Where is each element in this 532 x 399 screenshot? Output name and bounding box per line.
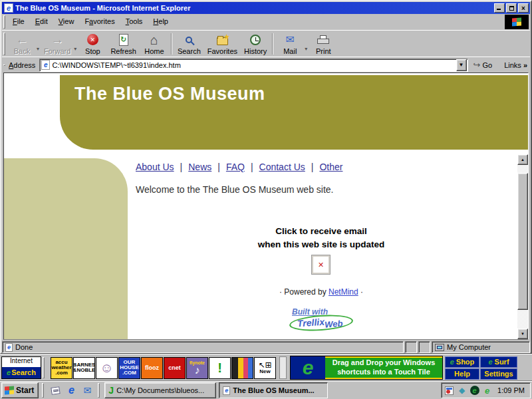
address-input[interactable] bbox=[52, 60, 456, 70]
taskbar-button-ie-active[interactable]: e The Blue OS Museum... bbox=[219, 382, 328, 398]
internet-search-tile[interactable]: Internet eSearch bbox=[1, 356, 41, 379]
surf-button[interactable]: eSurf bbox=[480, 356, 517, 368]
menu-tools[interactable]: Tools bbox=[120, 14, 148, 30]
ie-window: e The Blue OS Museum - Microsoft Interne… bbox=[0, 0, 532, 354]
outlook-express-icon[interactable]: ✉ bbox=[80, 384, 94, 397]
flynote-tile[interactable]: flynote ♪ bbox=[186, 357, 208, 379]
new-tile[interactable]: ↖⊞ New bbox=[254, 357, 276, 379]
e-circle-icon[interactable]: e bbox=[469, 386, 479, 396]
print-button[interactable]: Print bbox=[309, 31, 338, 57]
ie-page-icon: e bbox=[223, 386, 230, 395]
scroll-up-button[interactable]: ▲ bbox=[517, 154, 528, 165]
start-button[interactable]: Start bbox=[1, 382, 39, 398]
mail-icon: ✉ bbox=[282, 33, 298, 47]
status-text: Done bbox=[15, 343, 33, 351]
refresh-icon: ↻ bbox=[116, 33, 132, 47]
menu-edit[interactable]: Edit bbox=[30, 14, 53, 30]
taskbar-grip[interactable] bbox=[98, 383, 100, 398]
go-arrow-icon: ↪ bbox=[473, 60, 481, 70]
netmind-link[interactable]: NetMind bbox=[329, 287, 358, 297]
scrollbar-track[interactable] bbox=[517, 165, 528, 329]
scrollbar-thumb[interactable] bbox=[517, 173, 528, 310]
flooz-tile[interactable]: flooz bbox=[141, 357, 163, 379]
minimize-button[interactable] bbox=[494, 3, 505, 13]
back-icon: ← bbox=[14, 33, 30, 47]
e-logo-icon: e bbox=[450, 358, 454, 366]
clock: 1:09 PM bbox=[495, 386, 525, 394]
menu-file[interactable]: File bbox=[7, 14, 30, 30]
scroll-down-button[interactable]: ▼ bbox=[517, 329, 528, 339]
shopping-bags-tile[interactable] bbox=[231, 357, 253, 379]
home-button[interactable]: ⌂ Home bbox=[140, 31, 169, 57]
broken-image-icon: ✕ bbox=[318, 261, 324, 269]
quick-launch: e ✉ bbox=[49, 384, 94, 397]
address-dropdown-icon[interactable]: ▼ bbox=[456, 59, 467, 71]
address-grip[interactable] bbox=[3, 65, 5, 66]
menu-grip[interactable] bbox=[3, 15, 5, 29]
touch-tile-buttons: eShop eSurf Help Settings bbox=[445, 356, 517, 380]
address-field[interactable]: e ▼ bbox=[39, 59, 467, 72]
close-icon: × bbox=[521, 5, 525, 12]
taskbar-grip[interactable] bbox=[42, 383, 44, 398]
shop-button[interactable]: eShop bbox=[445, 356, 479, 368]
jester-tile[interactable]: ☺ bbox=[96, 357, 118, 379]
cnet-tile[interactable]: cnet bbox=[164, 357, 186, 379]
close-button[interactable]: × bbox=[518, 3, 529, 13]
menu-view[interactable]: View bbox=[53, 14, 80, 30]
touch-tile-banner: e Drag and Drop your Windows shortcuts i… bbox=[290, 356, 443, 380]
mail-dropdown-icon[interactable]: ▾ bbox=[305, 46, 307, 52]
go-button[interactable]: ↪ Go bbox=[468, 58, 498, 72]
search-button[interactable]: Search bbox=[174, 31, 204, 57]
barnes-noble-tile[interactable]: BARNES &NOBLE bbox=[73, 357, 95, 379]
links-toolbar[interactable]: Links » bbox=[503, 58, 530, 72]
page-sidebar-band bbox=[4, 158, 128, 339]
e-tray-icon[interactable]: e bbox=[482, 386, 492, 396]
touch-diamond-icon[interactable]: ◆ bbox=[457, 386, 467, 396]
e-logo-icon: e bbox=[488, 358, 492, 366]
status-message-pane: e Done bbox=[2, 341, 404, 353]
minimize-icon bbox=[497, 9, 501, 10]
toolbar-grip[interactable] bbox=[3, 33, 5, 55]
favorites-button[interactable]: ★ Favorites bbox=[204, 31, 241, 57]
my-computer-icon bbox=[435, 344, 444, 351]
system-tray: ◆ e e 1:09 PM bbox=[441, 382, 531, 398]
broken-image-placeholder[interactable]: ✕ bbox=[312, 255, 330, 274]
exclaim-figure-tile[interactable]: ! bbox=[209, 357, 231, 379]
back-dropdown-icon[interactable]: ▾ bbox=[37, 46, 39, 52]
windows-flag-icon bbox=[512, 17, 521, 26]
history-button[interactable]: History bbox=[241, 31, 270, 57]
restore-button[interactable] bbox=[506, 3, 517, 13]
internet-explorer-icon[interactable]: e bbox=[65, 384, 78, 397]
accuweather-tile[interactable]: accu weather .com bbox=[51, 357, 72, 379]
status-mini-pane bbox=[405, 341, 417, 353]
history-icon bbox=[247, 33, 263, 47]
notify-text: Click to receive email when this web sit… bbox=[128, 225, 515, 251]
forward-button[interactable]: → Forward bbox=[41, 31, 74, 57]
show-desktop-icon[interactable] bbox=[49, 384, 62, 397]
vertical-scrollbar[interactable]: ▲ ▼ bbox=[517, 154, 528, 339]
stop-button[interactable]: ✕ Stop bbox=[78, 31, 107, 57]
banner-text: Drag and Drop your Windows shortcuts int… bbox=[325, 356, 442, 379]
taskbar-button-documents[interactable]: J C:\My Documents\blueos... bbox=[104, 382, 216, 398]
jester-face-icon: ☺ bbox=[100, 361, 113, 374]
exclaim-icon: ! bbox=[217, 361, 222, 374]
title-bar[interactable]: e The Blue OS Museum - Microsoft Interne… bbox=[2, 2, 530, 14]
forward-dropdown-icon[interactable]: ▾ bbox=[74, 46, 76, 52]
task-scheduler-icon[interactable] bbox=[444, 386, 454, 396]
page-center-column: Click to receive email when this web sit… bbox=[128, 73, 515, 339]
mail-button[interactable]: ✉ Mail bbox=[275, 31, 305, 57]
trellix-logo[interactable]: Built with TrellixWeb bbox=[128, 307, 515, 331]
menu-help[interactable]: Help bbox=[148, 14, 174, 30]
music-note-icon: ♪ bbox=[195, 365, 200, 376]
favorites-icon: ★ bbox=[214, 33, 230, 47]
tile-scroll-strip[interactable] bbox=[279, 356, 287, 379]
refresh-button[interactable]: ↻ Refresh bbox=[107, 31, 140, 57]
ourhouse-tile[interactable]: OUR HOUSE .COM bbox=[118, 357, 140, 379]
settings-button[interactable]: Settings bbox=[480, 368, 517, 380]
back-button[interactable]: ← Back bbox=[7, 31, 37, 57]
menu-favorites[interactable]: Favorites bbox=[79, 14, 120, 30]
help-button[interactable]: Help bbox=[445, 368, 479, 380]
touch-tile-toolbar: Internet eSearch accu weather .com BARNE… bbox=[0, 355, 532, 380]
print-icon bbox=[315, 33, 331, 47]
toolbar-grip[interactable] bbox=[43, 357, 45, 378]
